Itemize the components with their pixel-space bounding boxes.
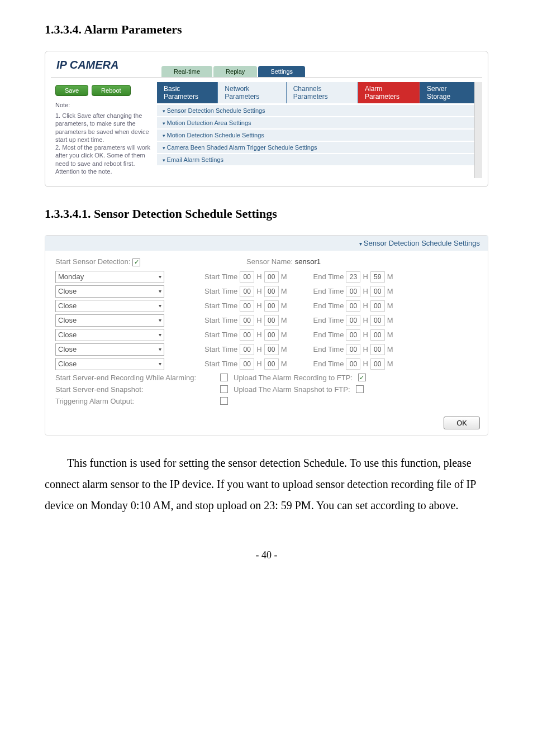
flag-server-snapshot: Start Server-end Snapshot: <box>55 385 215 394</box>
start-hour-input[interactable]: 00 <box>240 344 254 355</box>
panel-header[interactable]: Sensor Detection Schedule Settings <box>45 236 488 251</box>
end-time-label: End Time <box>313 360 344 368</box>
inner-tab-network[interactable]: Network Parameters <box>218 82 286 103</box>
schedule-row: CloseStart Time00H00MEnd Time00H00M <box>55 285 478 298</box>
collapsible-camera-shaded[interactable]: Camera Been Shaded Alarm Trigger Schedul… <box>157 142 474 153</box>
collapsible-motion-schedule[interactable]: Motion Detection Schedule Settings <box>157 130 474 141</box>
reboot-button[interactable]: Reboot <box>92 85 130 96</box>
start-detection-checkbox[interactable]: ✓ <box>132 259 140 266</box>
m-label: M <box>387 272 393 281</box>
start-time-label: Start Time <box>204 272 237 281</box>
end-min-input[interactable]: 00 <box>370 300 385 312</box>
flag-trigger-output: Triggering Alarm Output: <box>55 397 215 405</box>
day-select[interactable]: Close <box>55 358 164 370</box>
start-min-input[interactable]: 00 <box>264 300 279 312</box>
end-time-label: End Time <box>313 331 344 339</box>
h-label: H <box>363 345 368 353</box>
heading-sensor-detection: 1.3.3.4.1. Sensor Detection Schedule Set… <box>45 207 488 221</box>
end-hour-input[interactable]: 00 <box>346 329 360 341</box>
inner-tab-basic[interactable]: Basic Parameters <box>157 82 218 103</box>
start-min-input[interactable]: 00 <box>264 344 279 355</box>
end-min-input[interactable]: 00 <box>370 358 385 370</box>
tab-settings[interactable]: Settings <box>258 66 305 77</box>
h-label: H <box>363 287 368 295</box>
flag-upload-snapshot: Upload The Alarm Snapshot to FTP: <box>234 385 350 394</box>
start-min-input[interactable]: 00 <box>264 286 279 297</box>
tab-realtime[interactable]: Real-time <box>161 66 212 77</box>
chk-server-snapshot[interactable] <box>220 385 228 393</box>
end-min-input[interactable]: 00 <box>370 315 385 326</box>
h-label: H <box>256 316 261 324</box>
h-label: H <box>256 302 261 310</box>
start-min-input[interactable]: 00 <box>264 271 279 283</box>
chk-trigger-output[interactable] <box>220 397 228 405</box>
m-label: M <box>387 345 393 353</box>
schedule-row: CloseStart Time00H00MEnd Time00H00M <box>55 343 478 356</box>
day-select[interactable]: Monday <box>55 271 164 283</box>
h-label: H <box>363 302 368 310</box>
h-label: H <box>256 360 261 368</box>
start-hour-input[interactable]: 00 <box>240 329 254 341</box>
start-hour-input[interactable]: 00 <box>240 358 254 370</box>
scrollbar[interactable] <box>474 82 482 178</box>
m-label: M <box>387 316 393 324</box>
m-label: M <box>387 302 393 310</box>
start-time-label: Start Time <box>204 302 237 310</box>
chk-upload-snapshot[interactable] <box>356 385 364 393</box>
end-hour-input[interactable]: 00 <box>346 300 360 312</box>
start-hour-input[interactable]: 00 <box>240 300 254 312</box>
m-label: M <box>281 360 287 368</box>
day-select[interactable]: Close <box>55 329 164 341</box>
h-label: H <box>363 272 368 281</box>
end-min-input[interactable]: 00 <box>370 286 385 297</box>
start-min-input[interactable]: 00 <box>264 358 279 370</box>
save-button[interactable]: Save <box>55 85 88 96</box>
end-min-input[interactable]: 00 <box>370 344 385 355</box>
chk-recording-alarming[interactable] <box>220 374 228 381</box>
body-paragraph: This function is used for setting the se… <box>45 452 488 516</box>
inner-tab-channels[interactable]: Channels Parameters <box>287 82 358 103</box>
collapsible-sensor-detection[interactable]: Sensor Detection Schedule Settings <box>157 105 474 116</box>
day-select[interactable]: Close <box>55 343 164 356</box>
inner-tab-alarm[interactable]: Alarm Parameters <box>358 82 420 103</box>
end-time-label: End Time <box>313 272 344 281</box>
end-hour-input[interactable]: 00 <box>346 286 360 297</box>
m-label: M <box>281 302 287 310</box>
h-label: H <box>363 331 368 339</box>
heading-alarm-parameters: 1.3.3.4. Alarm Parameters <box>45 22 488 37</box>
ip-camera-panel: IP CAMERA Real-time Replay Settings Save… <box>45 51 488 187</box>
collapsible-motion-area[interactable]: Motion Detection Area Settings <box>157 117 474 128</box>
schedule-row: CloseStart Time00H00MEnd Time00H00M <box>55 329 478 341</box>
end-min-input[interactable]: 59 <box>370 271 385 283</box>
chk-upload-recording[interactable]: ✓ <box>358 374 366 381</box>
start-min-input[interactable]: 00 <box>264 329 279 341</box>
end-hour-input[interactable]: 23 <box>346 271 360 283</box>
day-select[interactable]: Close <box>55 285 164 298</box>
collapsible-email-alarm[interactable]: Email Alarm Settings <box>157 154 474 165</box>
day-select[interactable]: Close <box>55 300 164 312</box>
ok-button[interactable]: OK <box>444 417 480 429</box>
m-label: M <box>387 360 393 368</box>
start-hour-input[interactable]: 00 <box>240 286 254 297</box>
end-hour-input[interactable]: 00 <box>346 358 360 370</box>
start-time-label: Start Time <box>204 287 237 295</box>
start-hour-input[interactable]: 00 <box>240 315 254 326</box>
m-label: M <box>281 316 287 324</box>
end-min-input[interactable]: 00 <box>370 329 385 341</box>
m-label: M <box>281 331 287 339</box>
end-hour-input[interactable]: 00 <box>346 315 360 326</box>
m-label: M <box>387 287 393 295</box>
inner-tab-storage[interactable]: Server Storage <box>420 82 474 103</box>
tab-replay[interactable]: Replay <box>213 66 257 77</box>
start-min-input[interactable]: 00 <box>264 315 279 326</box>
day-select[interactable]: Close <box>55 314 164 327</box>
schedule-row: MondayStart Time00H00MEnd Time23H59M <box>55 271 478 283</box>
h-label: H <box>256 272 261 281</box>
end-hour-input[interactable]: 00 <box>346 344 360 355</box>
start-hour-input[interactable]: 00 <box>240 271 254 283</box>
note-label: Note: <box>55 102 153 108</box>
start-detection-label: Start Sensor Detection: <box>55 257 130 266</box>
m-label: M <box>281 345 287 353</box>
start-time-label: Start Time <box>204 360 237 368</box>
h-label: H <box>363 316 368 324</box>
